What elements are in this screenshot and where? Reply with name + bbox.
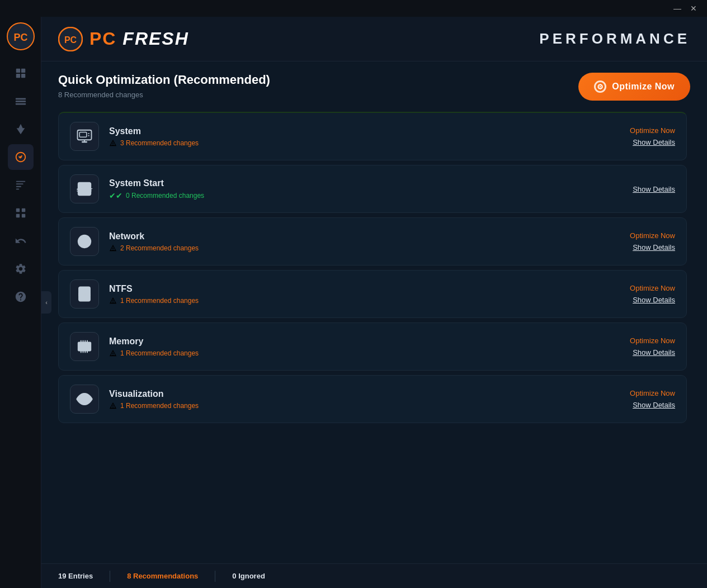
app-logo: PC PC FRESH bbox=[58, 27, 189, 51]
card-actions-memory: Optimize Now Show Details bbox=[602, 336, 675, 357]
svg-rect-4 bbox=[16, 74, 20, 78]
optimize-now-btn-memory[interactable]: Optimize Now bbox=[630, 336, 675, 345]
card-actions-network: Optimize Now Show Details bbox=[602, 231, 675, 252]
svg-text:PC: PC bbox=[64, 35, 77, 45]
svg-text:NTFS: NTFS bbox=[78, 292, 91, 297]
card-info-visualization: Visualization 1 Recommended changes bbox=[109, 389, 592, 410]
top-section: Quick Optimization (Recommended) 8 Recom… bbox=[58, 73, 690, 101]
section-title: Quick Optimization (Recommended) bbox=[58, 73, 270, 87]
gear-icon: ⚙ bbox=[594, 80, 606, 93]
card-icon-visualization bbox=[70, 385, 99, 414]
opt-card-ntfs: NTFS NTFS 1 Recommended changes Optimize… bbox=[58, 270, 687, 318]
svg-rect-15 bbox=[21, 208, 25, 212]
svg-rect-8 bbox=[15, 103, 25, 105]
card-status-network: 2 Recommended changes bbox=[109, 244, 592, 252]
optimize-now-btn-network[interactable]: Optimize Now bbox=[630, 231, 675, 240]
logo-pc: PC bbox=[89, 29, 116, 49]
svg-rect-7 bbox=[15, 101, 25, 102]
card-actions-system: Optimize Now Show Details bbox=[602, 126, 675, 146]
opt-card-visualization: Visualization 1 Recommended changes Opti… bbox=[58, 375, 687, 423]
svg-rect-2 bbox=[16, 69, 20, 73]
opt-card-memory: Memory 1 Recommended changes Optimize No… bbox=[58, 323, 687, 371]
svg-rect-3 bbox=[21, 69, 25, 73]
title-bar: — ✕ bbox=[0, 0, 707, 17]
svg-text:PC: PC bbox=[13, 32, 27, 43]
card-icon-network bbox=[70, 227, 99, 256]
optimize-now-label: Optimize Now bbox=[612, 82, 675, 92]
show-details-btn-system[interactable]: Show Details bbox=[633, 138, 675, 146]
sidebar-item-help[interactable] bbox=[8, 284, 34, 310]
svg-rect-34 bbox=[78, 343, 91, 351]
svg-text:START: START bbox=[77, 187, 93, 193]
card-title-system: System bbox=[109, 126, 592, 136]
svg-rect-14 bbox=[16, 208, 19, 212]
opt-card-system-start: START System Start ✔✔0 Recommended chang… bbox=[58, 165, 687, 213]
sidebar-item-performance[interactable] bbox=[8, 144, 34, 170]
app-header: PC PC FRESH PERFORMANCE bbox=[41, 17, 707, 61]
card-title-memory: Memory bbox=[109, 336, 592, 347]
sidebar: PC ‹ bbox=[0, 17, 41, 588]
card-status-system-start: ✔✔0 Recommended changes bbox=[109, 191, 592, 200]
section-info: Quick Optimization (Recommended) 8 Recom… bbox=[58, 73, 270, 99]
svg-rect-16 bbox=[16, 214, 19, 217]
status-divider-2 bbox=[215, 571, 215, 582]
optimize-now-btn-ntfs[interactable]: Optimize Now bbox=[630, 284, 675, 292]
svg-rect-17 bbox=[21, 214, 25, 217]
sidebar-item-dashboard[interactable] bbox=[8, 60, 34, 86]
svg-point-9 bbox=[20, 156, 22, 158]
status-bar: 19 Entries 8 Recommendations 0 Ignored bbox=[41, 563, 707, 588]
optimization-list: System 3 Recommended changes Optimize No… bbox=[58, 112, 690, 423]
status-divider-1 bbox=[110, 571, 110, 582]
svg-point-43 bbox=[82, 397, 87, 401]
svg-rect-23 bbox=[79, 132, 87, 137]
minimize-button[interactable]: — bbox=[669, 3, 686, 14]
sidebar-item-tools[interactable] bbox=[8, 172, 34, 198]
svg-rect-5 bbox=[21, 74, 25, 78]
card-icon-ntfs: NTFS bbox=[70, 279, 99, 309]
opt-card-system: System 3 Recommended changes Optimize No… bbox=[58, 112, 687, 160]
card-info-system-start: System Start ✔✔0 Recommended changes bbox=[109, 178, 592, 200]
collapse-sidebar-toggle[interactable]: ‹ bbox=[41, 291, 51, 314]
svg-rect-21 bbox=[82, 141, 87, 143]
main-content: Quick Optimization (Recommended) 8 Recom… bbox=[41, 61, 707, 588]
card-actions-ntfs: Optimize Now Show Details bbox=[602, 284, 675, 304]
card-icon-memory bbox=[70, 332, 99, 361]
card-icon-system-start: START bbox=[70, 174, 99, 203]
svg-rect-11 bbox=[16, 183, 23, 184]
section-subtitle: 8 Recommended changes bbox=[58, 91, 270, 99]
show-details-btn-memory[interactable]: Show Details bbox=[633, 348, 675, 357]
card-status-memory: 1 Recommended changes bbox=[109, 349, 592, 357]
show-details-btn-visualization[interactable]: Show Details bbox=[633, 401, 675, 409]
show-details-btn-ntfs[interactable]: Show Details bbox=[633, 296, 675, 304]
show-details-btn-system-start[interactable]: Show Details bbox=[633, 185, 675, 193]
card-title-visualization: Visualization bbox=[109, 389, 592, 399]
logo-name: PC FRESH bbox=[89, 29, 189, 49]
page-title: PERFORMANCE bbox=[539, 30, 690, 48]
optimize-now-main-button[interactable]: ⚙ Optimize Now bbox=[578, 73, 690, 101]
sidebar-item-settings[interactable] bbox=[8, 256, 34, 282]
card-status-visualization: 1 Recommended changes bbox=[109, 402, 592, 410]
status-ignored: 0 Ignored bbox=[232, 572, 265, 580]
card-actions-visualization: Optimize Now Show Details bbox=[602, 389, 675, 409]
svg-rect-6 bbox=[15, 98, 25, 100]
svg-rect-10 bbox=[16, 181, 25, 182]
opt-card-network: Network 2 Recommended changes Optimize N… bbox=[58, 217, 687, 265]
close-button[interactable]: ✕ bbox=[686, 3, 701, 14]
sidebar-item-cleaner[interactable] bbox=[8, 88, 34, 114]
sidebar-item-undo[interactable] bbox=[8, 228, 34, 254]
sidebar-item-modules[interactable] bbox=[8, 200, 34, 226]
status-entries: 19 Entries bbox=[58, 572, 93, 580]
logo-fresh: FRESH bbox=[116, 29, 188, 49]
svg-rect-12 bbox=[16, 186, 21, 187]
card-title-network: Network bbox=[109, 231, 592, 241]
card-info-ntfs: NTFS 1 Recommended changes bbox=[109, 284, 592, 305]
card-icon-system bbox=[70, 122, 99, 151]
show-details-btn-network[interactable]: Show Details bbox=[633, 243, 675, 252]
sidebar-item-startup[interactable] bbox=[8, 116, 34, 142]
optimize-now-btn-system[interactable]: Optimize Now bbox=[630, 126, 675, 135]
optimize-now-btn-visualization[interactable]: Optimize Now bbox=[630, 389, 675, 397]
sidebar-logo: PC bbox=[7, 22, 35, 50]
svg-rect-13 bbox=[16, 188, 19, 189]
card-status-ntfs: 1 Recommended changes bbox=[109, 297, 592, 305]
card-actions-system-start: Show Details bbox=[602, 185, 675, 193]
